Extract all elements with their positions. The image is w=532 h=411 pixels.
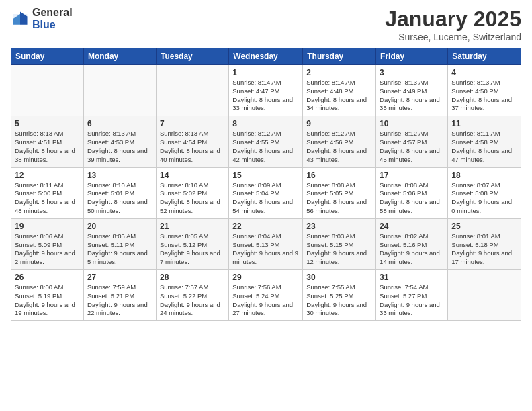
week-row-1: 5Sunrise: 8:13 AM Sunset: 4:51 PM Daylig…	[11, 116, 521, 167]
day-cell-w4-d5: 31Sunrise: 7:54 AM Sunset: 5:27 PM Dayli…	[376, 270, 448, 321]
day-number: 21	[160, 222, 225, 231]
day-number: 4	[451, 68, 517, 77]
day-number: 12	[15, 171, 80, 180]
page: General Blue January 2025 Sursee, Lucern…	[0, 0, 532, 411]
week-row-3: 19Sunrise: 8:06 AM Sunset: 5:09 PM Dayli…	[11, 218, 521, 269]
day-cell-w1-d3: 8Sunrise: 8:12 AM Sunset: 4:55 PM Daylig…	[229, 116, 303, 167]
day-cell-w1-d0: 5Sunrise: 8:13 AM Sunset: 4:51 PM Daylig…	[11, 116, 84, 167]
logo-icon	[11, 9, 30, 28]
day-cell-w4-d0: 26Sunrise: 8:00 AM Sunset: 5:19 PM Dayli…	[11, 270, 84, 321]
day-cell-w1-d1: 6Sunrise: 8:13 AM Sunset: 4:53 PM Daylig…	[83, 116, 156, 167]
day-info: Sunrise: 8:08 AM Sunset: 5:05 PM Dayligh…	[306, 181, 372, 216]
day-cell-w4-d6	[448, 270, 521, 321]
day-info: Sunrise: 8:12 AM Sunset: 4:56 PM Dayligh…	[306, 130, 372, 164]
day-info: Sunrise: 8:11 AM Sunset: 5:00 PM Dayligh…	[15, 181, 80, 216]
day-cell-w0-d6: 4Sunrise: 8:13 AM Sunset: 4:50 PM Daylig…	[448, 65, 521, 116]
day-cell-w3-d4: 23Sunrise: 8:03 AM Sunset: 5:15 PM Dayli…	[303, 218, 376, 269]
day-number: 29	[232, 273, 299, 282]
day-info: Sunrise: 8:00 AM Sunset: 5:19 PM Dayligh…	[15, 283, 80, 318]
day-number: 14	[160, 171, 225, 180]
day-cell-w0-d1	[83, 65, 156, 116]
day-info: Sunrise: 8:08 AM Sunset: 5:06 PM Dayligh…	[380, 181, 444, 216]
week-row-0: 1Sunrise: 8:14 AM Sunset: 4:47 PM Daylig…	[11, 65, 521, 116]
day-number: 31	[380, 273, 444, 282]
day-cell-w2-d4: 16Sunrise: 8:08 AM Sunset: 5:05 PM Dayli…	[303, 167, 376, 218]
day-cell-w3-d3: 22Sunrise: 8:04 AM Sunset: 5:13 PM Dayli…	[229, 218, 303, 269]
day-number: 27	[87, 273, 152, 282]
day-info: Sunrise: 7:59 AM Sunset: 5:21 PM Dayligh…	[87, 283, 152, 318]
logo-general-text: General	[32, 7, 73, 19]
day-number: 7	[160, 119, 225, 128]
day-info: Sunrise: 8:12 AM Sunset: 4:57 PM Dayligh…	[380, 130, 444, 164]
day-cell-w3-d5: 24Sunrise: 8:02 AM Sunset: 5:16 PM Dayli…	[376, 218, 448, 269]
day-info: Sunrise: 8:04 AM Sunset: 5:13 PM Dayligh…	[232, 232, 299, 267]
day-number: 1	[232, 68, 299, 77]
header-monday: Monday	[83, 48, 156, 65]
day-number: 16	[306, 171, 372, 180]
logo-blue-text: Blue	[32, 19, 73, 31]
title-block: January 2025 Sursee, Lucerne, Switzerlan…	[385, 7, 521, 42]
day-cell-w2-d1: 13Sunrise: 8:10 AM Sunset: 5:01 PM Dayli…	[83, 167, 156, 218]
day-info: Sunrise: 8:13 AM Sunset: 4:49 PM Dayligh…	[380, 79, 444, 113]
day-number: 2	[306, 68, 372, 77]
day-number: 13	[87, 171, 152, 180]
day-cell-w3-d0: 19Sunrise: 8:06 AM Sunset: 5:09 PM Dayli…	[11, 218, 84, 269]
day-info: Sunrise: 7:57 AM Sunset: 5:22 PM Dayligh…	[160, 283, 225, 318]
day-info: Sunrise: 8:13 AM Sunset: 4:50 PM Dayligh…	[451, 79, 517, 113]
day-cell-w0-d2	[156, 65, 228, 116]
day-info: Sunrise: 8:10 AM Sunset: 5:01 PM Dayligh…	[87, 181, 152, 216]
header-sunday: Sunday	[11, 48, 84, 65]
day-cell-w1-d4: 9Sunrise: 8:12 AM Sunset: 4:56 PM Daylig…	[303, 116, 376, 167]
header-friday: Friday	[376, 48, 448, 65]
calendar-title: January 2025	[385, 7, 521, 32]
day-info: Sunrise: 8:09 AM Sunset: 5:04 PM Dayligh…	[232, 181, 299, 216]
day-cell-w3-d6: 25Sunrise: 8:01 AM Sunset: 5:18 PM Dayli…	[448, 218, 521, 269]
day-info: Sunrise: 8:05 AM Sunset: 5:12 PM Dayligh…	[160, 232, 225, 267]
day-cell-w1-d6: 11Sunrise: 8:11 AM Sunset: 4:58 PM Dayli…	[448, 116, 521, 167]
day-cell-w2-d0: 12Sunrise: 8:11 AM Sunset: 5:00 PM Dayli…	[11, 167, 84, 218]
day-number: 5	[15, 119, 80, 128]
day-number: 24	[380, 222, 444, 231]
day-number: 23	[306, 222, 372, 231]
day-number: 22	[232, 222, 299, 231]
day-cell-w2-d3: 15Sunrise: 8:09 AM Sunset: 5:04 PM Dayli…	[229, 167, 303, 218]
day-number: 8	[232, 119, 299, 128]
day-info: Sunrise: 8:06 AM Sunset: 5:09 PM Dayligh…	[15, 232, 80, 267]
day-cell-w0-d5: 3Sunrise: 8:13 AM Sunset: 4:49 PM Daylig…	[376, 65, 448, 116]
day-number: 3	[380, 68, 444, 77]
header-wednesday: Wednesday	[229, 48, 303, 65]
day-cell-w1-d2: 7Sunrise: 8:13 AM Sunset: 4:54 PM Daylig…	[156, 116, 228, 167]
day-info: Sunrise: 8:13 AM Sunset: 4:53 PM Dayligh…	[87, 130, 152, 164]
day-info: Sunrise: 8:03 AM Sunset: 5:15 PM Dayligh…	[306, 232, 372, 267]
header-thursday: Thursday	[303, 48, 376, 65]
day-info: Sunrise: 8:13 AM Sunset: 4:54 PM Dayligh…	[160, 130, 225, 164]
day-info: Sunrise: 7:54 AM Sunset: 5:27 PM Dayligh…	[380, 283, 444, 318]
day-info: Sunrise: 8:14 AM Sunset: 4:48 PM Dayligh…	[306, 79, 372, 113]
day-info: Sunrise: 8:12 AM Sunset: 4:55 PM Dayligh…	[232, 130, 299, 164]
day-cell-w3-d1: 20Sunrise: 8:05 AM Sunset: 5:11 PM Dayli…	[83, 218, 156, 269]
day-number: 6	[87, 119, 152, 128]
day-number: 19	[15, 222, 80, 231]
day-cell-w4-d4: 30Sunrise: 7:55 AM Sunset: 5:25 PM Dayli…	[303, 270, 376, 321]
day-cell-w2-d5: 17Sunrise: 8:08 AM Sunset: 5:06 PM Dayli…	[376, 167, 448, 218]
day-info: Sunrise: 7:55 AM Sunset: 5:25 PM Dayligh…	[306, 283, 372, 318]
day-number: 18	[451, 171, 517, 180]
day-info: Sunrise: 8:14 AM Sunset: 4:47 PM Dayligh…	[232, 79, 299, 113]
day-number: 20	[87, 222, 152, 231]
day-cell-w4-d2: 28Sunrise: 7:57 AM Sunset: 5:22 PM Dayli…	[156, 270, 228, 321]
day-cell-w4-d3: 29Sunrise: 7:56 AM Sunset: 5:24 PM Dayli…	[229, 270, 303, 321]
day-info: Sunrise: 7:56 AM Sunset: 5:24 PM Dayligh…	[232, 283, 299, 318]
week-row-2: 12Sunrise: 8:11 AM Sunset: 5:00 PM Dayli…	[11, 167, 521, 218]
day-cell-w4-d1: 27Sunrise: 7:59 AM Sunset: 5:21 PM Dayli…	[83, 270, 156, 321]
day-info: Sunrise: 8:05 AM Sunset: 5:11 PM Dayligh…	[87, 232, 152, 267]
day-number: 11	[451, 119, 517, 128]
weekday-header-row: Sunday Monday Tuesday Wednesday Thursday…	[11, 48, 521, 65]
day-cell-w0-d3: 1Sunrise: 8:14 AM Sunset: 4:47 PM Daylig…	[229, 65, 303, 116]
day-info: Sunrise: 8:07 AM Sunset: 5:08 PM Dayligh…	[451, 181, 517, 216]
day-number: 30	[306, 273, 372, 282]
logo-text: General Blue	[32, 7, 73, 30]
day-cell-w1-d5: 10Sunrise: 8:12 AM Sunset: 4:57 PM Dayli…	[376, 116, 448, 167]
day-number: 25	[451, 222, 517, 231]
week-row-4: 26Sunrise: 8:00 AM Sunset: 5:19 PM Dayli…	[11, 270, 521, 321]
day-number: 17	[380, 171, 444, 180]
